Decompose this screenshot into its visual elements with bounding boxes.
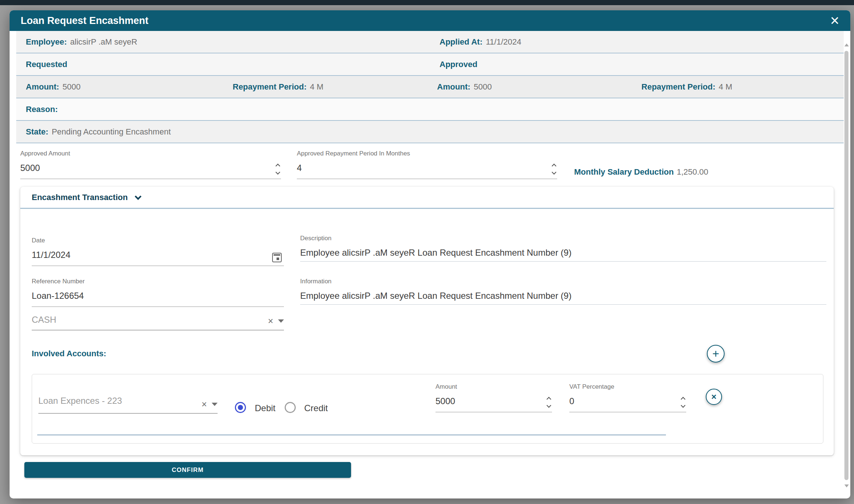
loan-request-encashment-dialog: Loan Request Encashment × Employee:alics… [10,10,850,498]
debit-radio[interactable] [235,402,246,413]
state-cell: State:Pending Accounting Encashment [16,127,844,137]
requested-period-value: 4 M [310,82,324,91]
table-row: Amount:5000 Repayment Period:4 M Amount:… [16,76,844,98]
spinner-down-icon[interactable] [275,170,280,175]
spinner-up-icon[interactable] [552,164,556,168]
requested-period-label: Repayment Period: [233,82,307,91]
date-field-label: Date [32,237,284,244]
section-divider [20,208,834,209]
radio-selected-dot [238,405,243,410]
add-account-button[interactable]: + [707,345,725,363]
monthly-salary-deduction-value: 1,250.00 [677,167,708,176]
approved-period-stepper[interactable] [552,164,556,174]
account-select[interactable]: Loan Expences - 223 × [38,395,218,414]
approved-amount-label: Amount: [437,82,470,91]
approved-period-input[interactable]: 4 [297,162,557,179]
requested-amount-value: 5000 [62,82,80,91]
encashment-transaction-title: Encashment Transaction [32,193,140,202]
debit-radio-label: Debit [255,403,275,413]
information-field-label: Information [300,278,826,285]
approved-header: Approved [430,60,844,69]
account-amount-stepper[interactable] [547,398,551,407]
account-row: Loan Expences - 223 × Debit Credit Amoun… [32,374,823,444]
requested-period-cell: Repayment Period:4 M [223,82,427,92]
select-icons: × [201,400,218,408]
remove-account-button[interactable]: × [706,389,722,405]
vat-percentage-field-label: VAT Percentage [569,383,686,391]
spinner-down-icon[interactable] [681,403,685,408]
applied-at-value: 11/1/2024 [486,37,521,46]
dialog-title: Loan Request Encashment [21,15,149,27]
reference-number-input[interactable]: Loan-126654 [32,290,284,307]
approved-amount-value: 5000 [474,82,492,91]
scrollbar-down-arrow-icon[interactable] [844,484,849,487]
account-amount-field-label: Amount [435,383,552,391]
table-row: State:Pending Accounting Encashment [16,121,844,143]
approved-amount-stepper[interactable] [276,164,280,174]
monthly-salary-deduction: Monthly Salary Deduction1,250.00 [574,167,708,177]
applied-at-label: Applied At: [440,37,483,46]
table-row: Reason: [16,98,844,121]
requested-header: Requested [16,60,430,69]
approved-period-value: 4 M [719,82,732,91]
vat-percentage-field: VAT Percentage 0 [569,383,686,412]
table-row: Requested Approved [16,53,844,76]
account-select-value[interactable]: Loan Expences - 223 [38,395,218,414]
approved-amount-field-label: Approved Amount [20,150,281,157]
scrollbar[interactable] [844,33,849,496]
reason-label: Reason: [26,105,58,114]
date-field: Date 11/1/2024 [32,237,284,266]
select-icons: × [268,317,284,325]
vat-percentage-input[interactable]: 0 [569,395,686,412]
approved-amount-input[interactable]: 5000 [20,162,281,179]
dialog-header: Loan Request Encashment × [10,10,850,31]
information-input[interactable]: Employee alicsirP .aM seyeR Loan Request… [300,290,826,305]
monthly-salary-deduction-label: Monthly Salary Deduction [574,167,674,176]
section-title-text: Encashment Transaction [32,193,128,202]
description-field-label: Description [300,235,826,242]
description-input[interactable]: Employee alicsirP .aM seyeR Loan Request… [300,246,826,262]
spinner-up-icon[interactable] [546,397,551,402]
employee-cell: Employee:alicsirP .aM seyeR [16,37,430,47]
spinner-down-icon[interactable] [552,170,556,175]
payment-method-value[interactable]: CASH [32,314,284,330]
confirm-button[interactable]: CONFIRM [24,462,351,478]
close-icon[interactable]: × [830,14,839,27]
requested-amount-cell: Amount:5000 [16,82,223,92]
credit-radio[interactable] [285,402,296,413]
state-value: Pending Accounting Encashment [52,127,171,136]
account-amount-field: Amount 5000 [435,383,552,412]
date-input[interactable]: 11/1/2024 [32,249,284,266]
spinner-up-icon[interactable] [681,397,685,402]
reference-number-field-label: Reference Number [32,278,284,285]
approved-period-field-label: Approved Repayment Period In Monthes [297,150,557,157]
dropdown-arrow-icon[interactable] [212,403,218,406]
clear-icon[interactable]: × [201,400,207,408]
chevron-down-icon[interactable] [135,193,142,200]
reason-cell: Reason: [16,105,844,114]
approved-amount-field: Approved Amount 5000 [20,150,281,179]
account-row-underline [37,434,666,435]
approved-period-field: Approved Repayment Period In Monthes 4 [297,150,557,179]
clear-icon[interactable]: × [268,317,273,325]
applied-at-cell: Applied At:11/1/2024 [430,37,844,47]
vat-percentage-stepper[interactable] [681,398,685,407]
employee-value: alicsirP .aM seyeR [70,37,137,46]
browser-top-bar [0,0,854,5]
description-field: Description Employee alicsirP .aM seyeR … [300,235,826,262]
spinner-up-icon[interactable] [275,164,280,168]
dropdown-arrow-icon[interactable] [278,319,284,323]
approved-period-cell: Repayment Period:4 M [632,82,844,92]
calendar-icon[interactable] [272,253,282,262]
spinner-down-icon[interactable] [546,403,551,408]
payment-method-select[interactable]: CASH × [32,314,284,330]
scrollbar-up-arrow-icon[interactable] [844,43,849,46]
account-amount-input[interactable]: 5000 [435,395,552,412]
approved-amount-cell: Amount:5000 [427,82,632,92]
state-label: State: [26,127,48,136]
employee-label: Employee: [26,37,67,46]
scrollbar-thumb[interactable] [844,51,848,480]
involved-accounts-label: Involved Accounts: [32,349,106,358]
encashment-transaction-card: Encashment Transaction Date 11/1/2024 De… [20,187,834,455]
credit-radio-label: Credit [304,403,328,413]
